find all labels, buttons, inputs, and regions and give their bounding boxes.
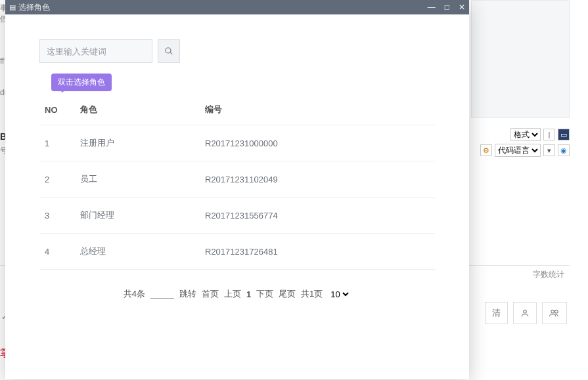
word-count-label[interactable]: 字数统计 bbox=[533, 269, 564, 280]
toolbar-separator: | bbox=[543, 129, 555, 140]
user-icon[interactable] bbox=[513, 302, 537, 324]
cell-role: 总经理 bbox=[75, 234, 200, 270]
svg-point-1 bbox=[551, 310, 554, 313]
table-header-row: NO 角色 编号 bbox=[39, 95, 435, 125]
pager-jump-input[interactable] bbox=[150, 289, 174, 299]
pager-last[interactable]: 尾页 bbox=[279, 288, 296, 300]
table-row[interactable]: 1注册用户R20171231000000 bbox=[39, 125, 435, 161]
gear-icon[interactable]: ⚙ bbox=[480, 144, 492, 156]
table-row[interactable]: 2员工R20171231102049 bbox=[39, 161, 435, 198]
cell-code: R20171231000000 bbox=[200, 125, 435, 161]
table-row[interactable]: 4总经理R20171231726481 bbox=[39, 234, 435, 270]
pager-pages: 共1页 bbox=[301, 288, 323, 300]
minimize-icon[interactable]: — bbox=[428, 3, 436, 11]
pager-jump[interactable]: 跳转 bbox=[179, 288, 196, 300]
hint-tooltip: 双击选择角色 bbox=[51, 74, 112, 91]
role-table: NO 角色 编号 1注册用户R201712310000002员工R2017123… bbox=[39, 95, 435, 270]
search-button[interactable] bbox=[158, 39, 180, 63]
pager-current: 1 bbox=[246, 289, 251, 299]
bg-button-row: 清 bbox=[485, 302, 567, 324]
bg-toolbar: 格式 | ▭ ⚙ 代码语言 ▾ ◉ bbox=[458, 128, 570, 161]
fullscreen-icon[interactable]: ▭ bbox=[558, 129, 570, 140]
col-code: 编号 bbox=[200, 95, 435, 125]
code-lang-select[interactable]: 代码语言 bbox=[495, 144, 541, 157]
cell-code: R20171231726481 bbox=[200, 234, 435, 270]
svg-point-0 bbox=[524, 310, 527, 313]
down-icon[interactable]: ▾ bbox=[543, 144, 555, 156]
table-row[interactable]: 3部门经理R20171231556774 bbox=[39, 198, 435, 234]
cell-no: 2 bbox=[39, 161, 75, 198]
close-icon[interactable]: ✕ bbox=[459, 3, 465, 11]
svg-point-2 bbox=[555, 310, 558, 313]
search-icon bbox=[164, 47, 173, 56]
pager-prev[interactable]: 上页 bbox=[224, 288, 241, 300]
col-no: NO bbox=[39, 95, 75, 125]
pager-first[interactable]: 首页 bbox=[202, 288, 219, 300]
window-icon: ▤ bbox=[9, 3, 16, 12]
cell-role: 注册用户 bbox=[75, 125, 200, 161]
dialog-title: 选择角色 bbox=[18, 2, 50, 13]
maximize-icon[interactable]: □ bbox=[445, 3, 449, 11]
search-input[interactable] bbox=[39, 39, 152, 63]
pager: 共4条 跳转 首页 上页 1 下页 尾页 共1页 10 bbox=[39, 288, 435, 300]
pager-size-select[interactable]: 10 bbox=[328, 289, 351, 300]
users-icon[interactable] bbox=[542, 302, 567, 324]
clear-button[interactable]: 清 bbox=[485, 302, 508, 324]
pager-total: 共4条 bbox=[124, 288, 145, 300]
cell-code: R20171231102049 bbox=[200, 161, 435, 198]
select-role-dialog: ▤ 选择角色 — □ ✕ 双击选择角色 NO 角色 编号 1注册用户R201 bbox=[5, 0, 469, 379]
cell-code: R20171231556774 bbox=[200, 198, 435, 234]
cell-no: 4 bbox=[39, 234, 75, 270]
cell-role: 部门经理 bbox=[75, 198, 200, 234]
cell-role: 员工 bbox=[75, 161, 200, 198]
cell-no: 3 bbox=[39, 198, 75, 234]
col-role: 角色 bbox=[75, 95, 200, 125]
format-select[interactable]: 格式 bbox=[510, 128, 541, 141]
pager-next[interactable]: 下页 bbox=[256, 288, 273, 300]
dialog-titlebar[interactable]: ▤ 选择角色 — □ ✕ bbox=[5, 0, 469, 14]
cell-no: 1 bbox=[39, 125, 75, 161]
bg-panel bbox=[471, 0, 570, 118]
globe-icon[interactable]: ◉ bbox=[558, 144, 570, 156]
